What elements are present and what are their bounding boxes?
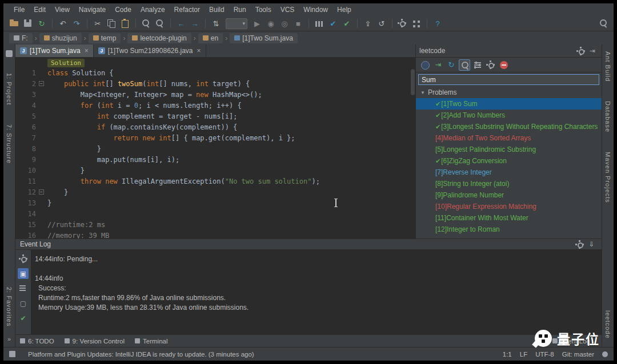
toolwindow-button-database[interactable]: Database [604,98,611,136]
problem-item[interactable]: ✔[1]Two Sum [416,98,602,110]
chevron-down-icon[interactable]: ▼ [420,90,425,95]
redo-icon[interactable]: ↷ [70,18,83,29]
code-editor[interactable]: 12−3456789101112−13141516 Solution class… [15,58,415,238]
problem-item[interactable]: [11]Container With Most Water [416,212,602,224]
upload-icon[interactable]: ⇪ [362,18,374,29]
forward-icon[interactable]: → [189,18,201,29]
replace-icon[interactable] [154,18,166,29]
editor-tab[interactable]: J[1]Two Sum.java× [15,45,94,57]
project-structure-icon[interactable] [410,18,423,29]
problem-item[interactable]: [4]Median of Two Sorted Arrays [416,132,602,144]
settings-icon[interactable] [18,253,29,264]
search-everywhere-icon[interactable] [598,18,610,29]
stop-icon[interactable]: ■ [292,18,305,29]
problem-item[interactable]: [10]Regular Expression Matching [416,201,602,212]
menu-item-view[interactable]: View [50,5,74,15]
toolwindow-button-9-version-control[interactable]: 9: Version Control [65,338,125,345]
toolwindow-button-maven-projects[interactable]: Maven Projects [604,148,611,207]
menu-item-analyze[interactable]: Analyze [136,5,170,15]
search-icon[interactable] [459,59,470,71]
notifications-bell-icon[interactable] [602,351,608,357]
caret-position[interactable]: 1:1 [503,351,512,358]
menu-item-help[interactable]: Help [332,5,356,15]
problem-item[interactable]: [7]Reverse Integer [416,167,602,178]
hide-panel-icon[interactable]: ⇥ [587,46,598,56]
copy-icon[interactable] [105,18,118,29]
event-log-header[interactable]: Event Log ⇓ [15,238,602,250]
toolwindow-button-1-project[interactable]: 1: Project [6,70,13,108]
panel-settings-gear-icon[interactable] [575,46,587,56]
breadcrumb-item[interactable]: en [198,33,223,43]
toolwindow-switcher-icon[interactable] [9,351,15,357]
close-icon[interactable]: × [85,47,89,55]
problem-item[interactable]: ✔[3]Longest Substring Without Repeating … [416,121,602,132]
breadcrumb-item[interactable]: [1]Two Sum.java [230,33,298,43]
checklist-icon[interactable]: ✔ [18,313,29,323]
rollback-icon[interactable]: ↺ [375,18,388,29]
console-icon[interactable]: ▣ [18,268,29,279]
menu-item-run[interactable]: Run [229,5,251,15]
editor-code-area[interactable]: Solution class Solution { public int[] t… [45,58,415,238]
menu-item-code[interactable]: Code [110,5,136,15]
clear-icon[interactable] [498,59,510,71]
menu-item-build[interactable]: Build [205,5,229,15]
breadcrumb-item[interactable]: F: [9,33,33,43]
undo-icon[interactable]: ↶ [57,18,69,29]
back-icon[interactable]: ← [175,18,187,29]
more-toolwindows-icon[interactable]: » [7,335,11,342]
close-icon[interactable]: × [197,47,201,55]
dock-icon[interactable]: ⇓ [586,239,597,249]
git-branch-indicator[interactable]: Git: master [562,351,594,358]
toolwindow-button-leetcode[interactable]: leetcode [604,307,611,342]
editor-scrollbar[interactable] [411,69,415,234]
fold-icon[interactable]: − [39,81,44,86]
recent-locations-icon[interactable]: ⇅ [210,18,222,29]
toolwindow-button-terminal[interactable]: Terminal [135,338,167,345]
menu-item-tools[interactable]: Tools [251,5,276,15]
breadcrumb-item[interactable]: leetcode-plugin [127,33,191,43]
settings-icon[interactable] [396,18,409,29]
run-icon[interactable]: ▶ [251,18,263,29]
synchronize-icon[interactable]: ↻ [35,18,48,29]
login-icon[interactable]: ⇥ [432,59,444,71]
toolwindow-button-7-structure[interactable]: 7: Structure [6,121,13,167]
search-input[interactable] [418,74,599,85]
find-icon[interactable] [140,18,153,29]
encoding-indicator[interactable]: UTF-8 [535,351,554,358]
log-settings-gear-icon[interactable] [574,239,586,249]
profiler-icon[interactable] [313,18,326,29]
paste-icon[interactable] [119,18,131,29]
run-config-dropdown[interactable]: ▾ [226,18,247,29]
toolwindow-button-ant-build[interactable]: Ant Build [604,48,611,85]
problems-tree-root[interactable]: ▼ Problems [416,87,602,98]
problem-item[interactable]: [9]Palindrome Number [416,189,602,201]
problem-item[interactable]: [8]String to Integer (atoi) [416,178,602,189]
project-toolwindow-icon[interactable] [6,50,13,57]
account-icon[interactable] [419,59,431,71]
line-ending-indicator[interactable]: LF [520,351,527,358]
menu-item-window[interactable]: Window [299,5,332,15]
vcs-update-icon[interactable]: ✔ [327,18,339,29]
breadcrumb-item[interactable]: temp [89,33,121,43]
filter-icon[interactable] [472,59,483,71]
toolwindow-button-6-todo[interactable]: 6: TODO [20,338,54,345]
menu-item-edit[interactable]: Edit [29,5,50,15]
editor-tab[interactable]: J[1]Two Sum218908626.java× [94,45,206,57]
preview-icon[interactable]: ▢ [18,298,29,309]
menu-item-vcs[interactable]: VCS [276,5,299,15]
fold-icon[interactable]: − [39,189,44,195]
help-icon[interactable]: ? [431,18,444,29]
menu-item-refactor[interactable]: Refactor [170,5,205,15]
breadcrumb-item[interactable]: shuzijun [39,33,82,43]
debug-icon[interactable]: ◉ [265,18,277,29]
status-message[interactable]: Platform and Plugin Updates: IntelliJ ID… [28,351,495,358]
filter-icon[interactable] [18,283,29,294]
toolwindow-button-2-favorites[interactable]: 2: Favorites [6,284,13,330]
refresh-icon[interactable]: ↻ [446,59,457,71]
settings-gear-icon[interactable] [485,59,496,71]
menu-item-file[interactable]: File [9,5,29,15]
problem-item[interactable]: [5]Longest Palindromic Substring [416,144,602,155]
vcs-commit-icon[interactable]: ✔ [340,18,353,29]
menu-item-navigate[interactable]: Navigate [74,5,110,15]
save-all-icon[interactable] [22,18,34,29]
